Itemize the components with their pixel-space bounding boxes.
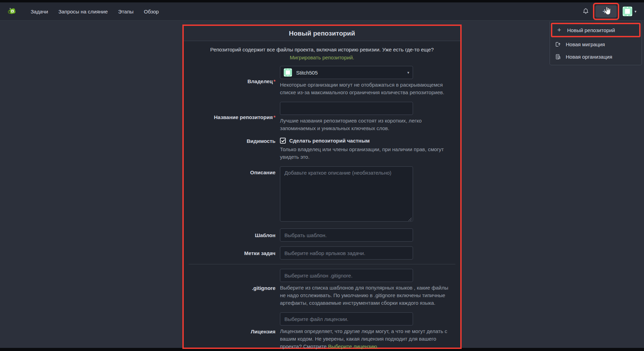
- license-input[interactable]: [280, 312, 413, 325]
- page-title: Новый репозиторий: [289, 30, 355, 37]
- description-label: Описание: [189, 166, 280, 175]
- private-checkbox-label[interactable]: Сделать репозиторий частным: [289, 138, 370, 144]
- nav-item-milestones[interactable]: Этапы: [113, 2, 139, 21]
- owner-row: Владелец*: [184, 66, 460, 96]
- menu-item-label: Новая миграция: [566, 41, 605, 47]
- nav-item-issues[interactable]: Задачи: [26, 2, 53, 21]
- menu-item-label: Новая организация: [566, 54, 612, 60]
- nav-item-pull-requests[interactable]: Запросы на слияние: [53, 2, 113, 21]
- visibility-row: Видимость Сделать репозиторий частным То…: [184, 138, 460, 161]
- annotation-box-plus-button: + ▾: [593, 3, 619, 20]
- navbar: Задачи Запросы на слияние Этапы Обзор + …: [0, 2, 644, 21]
- template-row: Шаблон: [184, 228, 460, 242]
- menu-item-label: Новый репозиторий: [567, 27, 615, 33]
- repo-name-help-text: Лучшие названия репозиториев состоят из …: [280, 117, 452, 132]
- user-menu-caret-icon[interactable]: ▾: [634, 9, 636, 14]
- gitignore-label: .gitignore: [189, 285, 280, 291]
- repo-name-row: Название репозитория* Лучшие названия ре…: [184, 102, 460, 132]
- issue-labels-input[interactable]: [280, 246, 413, 260]
- visibility-label: Видимость: [189, 138, 280, 144]
- migrate-repository-link[interactable]: Мигрировать репозиторий.: [290, 55, 354, 60]
- user-avatar[interactable]: [623, 7, 632, 16]
- navbar-right: + ▾: [582, 3, 637, 20]
- nav-item-explore[interactable]: Обзор: [139, 2, 164, 21]
- menu-item-new-repository[interactable]: + Новый репозиторий: [552, 24, 639, 36]
- section-divider: [189, 264, 455, 264]
- menu-item-new-organization[interactable]: Новая организация: [550, 50, 642, 63]
- owner-select-value: Stitch505: [296, 70, 407, 76]
- dropdown-caret-icon: ▾: [407, 70, 409, 75]
- panel-body: Репозиторий содержит все файлы проекта, …: [184, 41, 460, 351]
- gitignore-help-text: Выберите из списка шаблонов для популярн…: [280, 284, 452, 307]
- annotation-box-form: Новый репозиторий Репозиторий содержит в…: [182, 25, 462, 349]
- description-row: Описание: [184, 166, 460, 223]
- checkmark-icon: [281, 139, 285, 143]
- issue-labels-label: Метки задач: [189, 250, 280, 256]
- template-label: Шаблон: [189, 232, 280, 238]
- owner-help-text: Некоторые организации могут не отображат…: [280, 81, 452, 96]
- mouse-cursor-icon: [603, 6, 612, 16]
- annotation-box-menu-item: + Новый репозиторий: [551, 23, 641, 37]
- license-row: Лицензия Лицензия определяет, что другие…: [184, 312, 460, 350]
- required-asterisk: *: [273, 78, 275, 84]
- notifications-bell-icon[interactable]: [582, 8, 590, 15]
- screen: Задачи Запросы на слияние Этапы Обзор + …: [0, 0, 644, 351]
- visibility-help-text: Только владелец или члены организации, п…: [280, 146, 452, 161]
- new-repository-panel: Новый репозиторий Репозиторий содержит в…: [184, 26, 460, 348]
- template-input[interactable]: [280, 228, 413, 242]
- menu-item-new-migration[interactable]: Новая миграция: [550, 38, 642, 50]
- gitignore-input[interactable]: [280, 269, 413, 282]
- migration-icon: [555, 41, 561, 47]
- repo-name-label: Название репозитория*: [189, 114, 280, 120]
- private-checkbox[interactable]: [280, 138, 286, 144]
- owner-select[interactable]: Stitch505 ▾: [280, 66, 413, 79]
- panel-header: Новый репозиторий: [184, 26, 460, 41]
- gitea-logo-icon[interactable]: [7, 6, 17, 17]
- license-label: Лицензия: [189, 329, 280, 334]
- gitignore-row: .gitignore Выберите из списка шаблонов д…: [184, 269, 460, 307]
- owner-label: Владелец*: [189, 78, 280, 84]
- issue-labels-row: Метки задач: [184, 246, 460, 260]
- required-asterisk: *: [273, 114, 275, 120]
- description-textarea[interactable]: [280, 166, 413, 222]
- repo-name-input[interactable]: [280, 102, 413, 115]
- plus-icon: +: [556, 27, 562, 33]
- intro-text-static: Репозиторий содержит все файлы проекта, …: [210, 47, 434, 52]
- owner-avatar: [284, 68, 292, 77]
- create-new-dropdown-menu: + Новый репозиторий Новая миграция: [550, 21, 642, 65]
- license-help-text: Лицензия определяет, что другие люди мог…: [280, 328, 452, 350]
- choose-license-link[interactable]: Выберите лицензию.: [328, 343, 378, 349]
- organization-icon: [555, 53, 561, 60]
- intro-text: Репозиторий содержит все файлы проекта, …: [184, 46, 460, 61]
